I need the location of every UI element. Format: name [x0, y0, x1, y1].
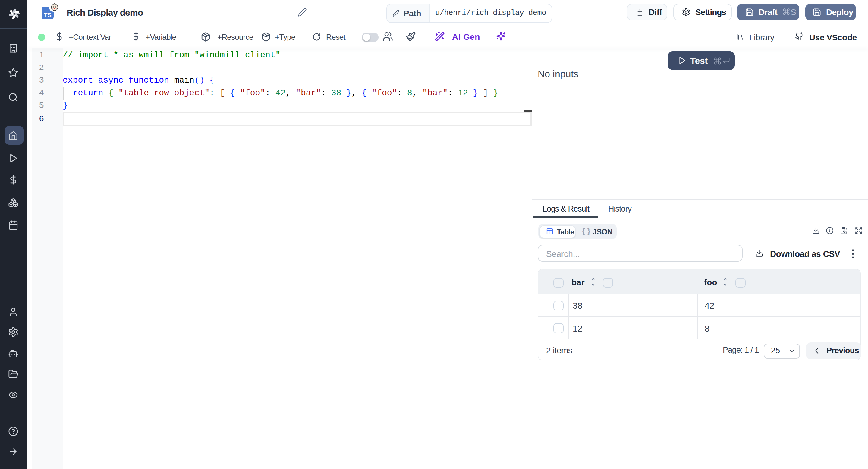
svg-text:TS: TS — [44, 11, 52, 18]
